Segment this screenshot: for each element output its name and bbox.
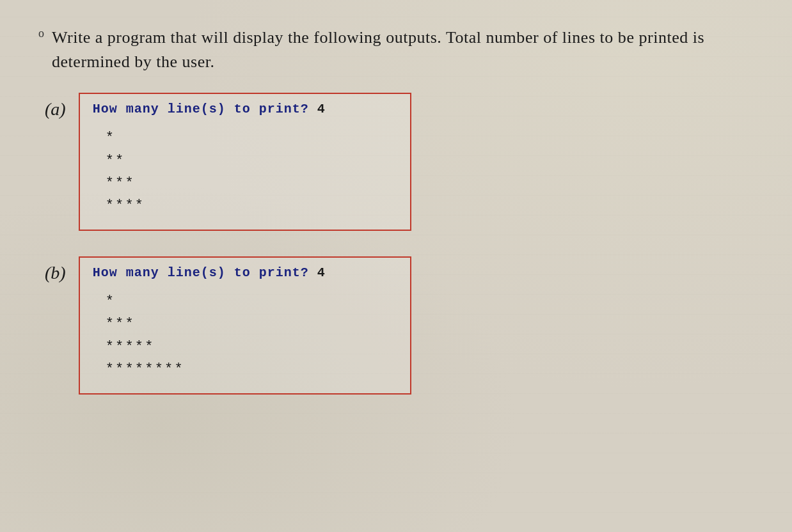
- star-line: *****: [106, 336, 397, 358]
- problem-b: (b) How many line(s) to print? 4 * *** *…: [45, 256, 754, 395]
- star-line: *: [106, 290, 397, 313]
- problem-a-label: (a): [45, 99, 66, 120]
- problem-b-answer: 4: [317, 265, 326, 280]
- instruction-text: Write a program that will display the fo…: [52, 26, 754, 74]
- problem-b-label: (b): [45, 263, 66, 283]
- star-line: ****: [106, 194, 397, 217]
- star-line: **: [106, 150, 397, 172]
- problem-a-output: * ** *** ****: [93, 127, 397, 217]
- problem-a: (a) How many line(s) to print? 4 * ** **…: [45, 93, 754, 231]
- instruction-block: o Write a program that will display the …: [38, 26, 754, 74]
- star-line: *: [106, 127, 397, 149]
- star-line: ********: [106, 358, 397, 380]
- problem-b-output: * *** ***** ********: [93, 290, 397, 380]
- star-line: ***: [106, 172, 397, 194]
- problem-b-box: How many line(s) to print? 4 * *** *****…: [79, 256, 411, 395]
- problem-a-answer: 4: [317, 102, 326, 116]
- page-content: o Write a program that will display the …: [0, 0, 792, 446]
- star-line: ***: [106, 313, 397, 335]
- problem-b-prompt: How many line(s) to print? 4: [93, 265, 397, 280]
- problem-a-box: How many line(s) to print? 4 * ** *** **…: [79, 93, 411, 231]
- bullet-point: o: [38, 27, 44, 40]
- problems-section: (a) How many line(s) to print? 4 * ** **…: [38, 93, 754, 395]
- problem-a-prompt: How many line(s) to print? 4: [93, 102, 397, 116]
